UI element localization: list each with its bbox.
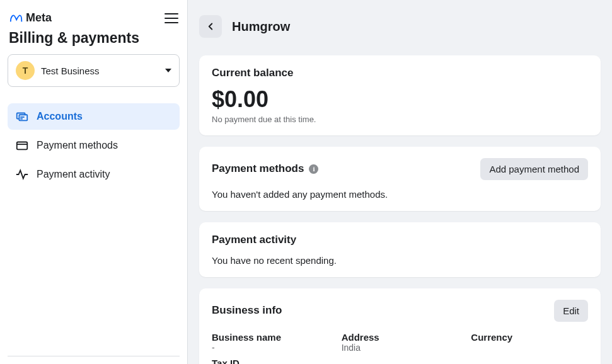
address-value: India xyxy=(342,343,459,353)
brand-text: Meta xyxy=(26,11,52,25)
sidebar-item-accounts[interactable]: Accounts xyxy=(8,103,180,130)
edit-business-info-button[interactable]: Edit xyxy=(554,300,588,322)
sidebar-item-payment-methods[interactable]: Payment methods xyxy=(8,132,180,159)
balance-note: No payment due at this time. xyxy=(212,115,588,124)
menu-icon[interactable] xyxy=(165,13,178,23)
sidebar-item-payment-activity[interactable]: Payment activity xyxy=(8,161,180,188)
business-avatar: T xyxy=(16,61,35,80)
accounts-icon xyxy=(15,110,29,123)
business-info-title: Business info xyxy=(212,304,282,317)
business-name-value: - xyxy=(212,343,329,353)
business-info-card: Business info Edit Business name - Tax I… xyxy=(199,288,601,364)
meta-logo-icon xyxy=(9,14,23,23)
balance-card: Current balance $0.00 No payment due at … xyxy=(199,55,601,135)
balance-amount: $0.00 xyxy=(212,87,588,112)
main-header: Humgrow xyxy=(199,15,601,38)
payment-methods-card: Payment methods i Add payment method You… xyxy=(199,147,601,211)
address-label: Address xyxy=(342,332,459,343)
sidebar-nav: Accounts Payment methods Payment activit… xyxy=(8,103,180,188)
back-button[interactable] xyxy=(199,15,222,38)
svg-rect-1 xyxy=(19,115,27,120)
sidebar-item-label: Payment activity xyxy=(37,169,110,180)
activity-icon xyxy=(15,168,29,181)
meta-logo: Meta xyxy=(9,11,52,25)
sidebar: Meta Billing & payments T Test Business … xyxy=(0,0,188,364)
payment-methods-title-text: Payment methods xyxy=(212,162,304,175)
business-selector[interactable]: T Test Business xyxy=(8,54,180,87)
currency-label: Currency xyxy=(471,332,588,343)
business-name-label: Business name xyxy=(212,332,329,343)
payment-activity-title: Payment activity xyxy=(212,234,588,246)
payment-activity-body: You have no recent spending. xyxy=(212,255,588,266)
business-name: Test Business xyxy=(41,65,159,76)
info-icon[interactable]: i xyxy=(309,164,318,174)
tax-id-label: Tax ID xyxy=(212,358,329,364)
payment-methods-body: You haven't added any payment methods. xyxy=(212,189,588,200)
chevron-left-icon xyxy=(205,21,216,32)
sidebar-item-label: Accounts xyxy=(37,111,83,122)
balance-title: Current balance xyxy=(212,67,588,79)
credit-card-icon xyxy=(15,139,29,152)
account-name: Humgrow xyxy=(232,20,290,34)
page-title: Billing & payments xyxy=(8,28,180,54)
payment-methods-title: Payment methods i xyxy=(212,162,318,175)
main-content: Humgrow Current balance $0.00 No payment… xyxy=(188,0,612,364)
chevron-down-icon xyxy=(165,69,171,72)
svg-rect-4 xyxy=(17,142,28,150)
add-payment-method-button[interactable]: Add payment method xyxy=(480,158,588,180)
sidebar-item-label: Payment methods xyxy=(37,140,118,151)
payment-activity-card: Payment activity You have no recent spen… xyxy=(199,222,601,277)
